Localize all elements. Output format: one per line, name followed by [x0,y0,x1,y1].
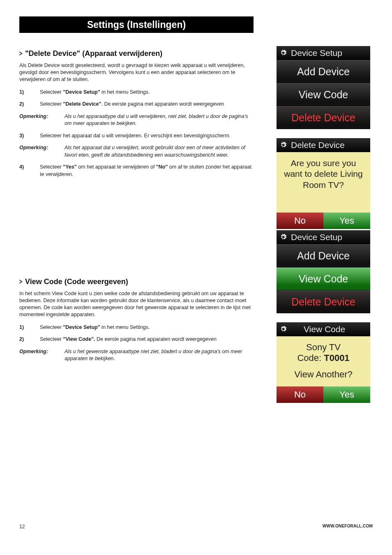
yes-button[interactable]: Yes [323,213,370,229]
section2-heading: View Code (Code weergeven) [19,278,254,286]
step-row: 4) Selecteer "Yes" om het apparaat te ve… [19,164,254,178]
step-number: 2) [19,336,40,343]
note-body: Als u het gewenste apparaattype niet zie… [65,348,254,363]
screens-upper: Device Setup Add Device View Code Delete… [277,46,370,238]
view-another-question: View Another? [281,369,366,380]
menu-item-add-device[interactable]: Add Device [277,60,370,83]
code-line: Code: T0001 [281,353,366,363]
menu-item-view-code[interactable]: View Code [277,267,370,290]
note-label: Opmerking: [19,113,65,120]
screen-header-label: Device Setup [291,232,367,242]
section2-intro: In het scherm View Code kunt u zien welk… [19,290,254,318]
step-body: Selecteer "Device Setup" in het menu Set… [40,89,254,96]
page-number: 12 [19,524,25,530]
code-label: Code: [297,353,324,363]
step-body: Selecteer "View Code". De eerste pagina … [40,336,254,343]
note-body: Als het apparaat dat u verwijdert, wordt… [65,144,254,159]
note-row: Opmerking: Als u het gewenste apparaatty… [19,348,254,363]
menu-item-delete-device[interactable]: Delete Device [277,290,370,313]
step-row: 2) Selecteer "View Code". De eerste pagi… [19,336,254,343]
page-title: Settings (Instellingen) [87,19,186,30]
screen-header: Device Setup [277,230,370,244]
code-value: T0001 [324,353,349,363]
screen-header: Device Setup [277,46,370,60]
step-body: Selecteer "Yes" om het apparaat te verwi… [40,164,254,178]
menu-item-view-code[interactable]: View Code [277,83,370,106]
section1-intro: Als Delete Device wordt geselecteerd, wo… [19,62,254,83]
screen-confirm-delete: Delete Device Are you sure you want to d… [277,138,370,229]
gear-icon [280,234,287,240]
screen-device-setup-viewcode: Device Setup Add Device View Code Delete… [277,230,370,313]
section1-heading-text: "Delete Device" (Apparaat verwijderen) [25,49,162,58]
step-row: 1) Selecteer "Device Setup" in het menu … [19,324,254,331]
screen-header: View Code [277,322,370,336]
menu-item-add-device[interactable]: Add Device [277,244,370,267]
step-body: Selecteer "Delete Device". De eerste pag… [40,101,254,108]
footer-url: WWW.ONEFORALL.COM [323,524,373,530]
gear-icon [280,141,287,148]
note-label: Opmerking: [19,348,65,356]
arrow-icon [19,280,23,284]
section-view-code: View Code (Code weergeven) In het scherm… [19,278,254,368]
screens-lower: Device Setup Add Device View Code Delete… [277,230,370,412]
step-number: 1) [19,89,40,96]
device-name: Sony TV [281,342,366,353]
step-number: 3) [19,132,40,140]
screen-device-setup-delete: Device Setup Add Device View Code Delete… [277,46,370,129]
note-label: Opmerking: [19,144,65,152]
footer: 12 WWW.ONEFORALL.COM [19,524,373,530]
no-button[interactable]: No [277,213,323,229]
view-code-buttons: No Yes [277,386,370,403]
step-number: 2) [19,101,40,108]
step-body: Selecteer het apparaat dat u wilt verwij… [40,132,254,140]
confirm-body: Are you sure you want to delete Living R… [277,152,370,213]
step-row: 1) Selecteer "Device Setup" in het menu … [19,89,254,96]
no-button[interactable]: No [277,386,323,403]
menu-item-delete-device[interactable]: Delete Device [277,106,370,129]
step-row: 3) Selecteer het apparaat dat u wilt ver… [19,132,254,140]
step-row: 2) Selecteer "Delete Device". De eerste … [19,101,254,108]
screen-header-label: Device Setup [291,48,367,58]
arrow-icon [19,51,23,56]
note-row: Opmerking: Als het apparaat dat u verwij… [19,144,254,159]
note-row: Opmerking: Als u het apparaattype dat u … [19,113,254,127]
section-delete-device: "Delete Device" (Apparaat verwijderen) A… [19,49,254,183]
section2-heading-text: View Code (Code weergeven) [25,278,128,286]
step-body: Selecteer "Device Setup" in het menu Set… [40,324,254,331]
confirm-buttons: No Yes [277,213,370,229]
confirm-question: Are you sure you want to delete Living R… [281,158,366,190]
screen-view-code-result: View Code Sony TV Code: T0001 View Anoth… [277,322,370,403]
step-number: 4) [19,164,40,171]
gear-icon [280,49,287,56]
screen-header: Delete Device [277,138,370,152]
screen-header-label: View Code [282,324,367,334]
page-title-bar: Settings (Instellingen) [19,16,254,33]
yes-button[interactable]: Yes [323,386,370,403]
view-code-body: Sony TV Code: T0001 View Another? [277,336,370,386]
step-number: 1) [19,324,40,331]
note-body: Als u het apparaattype dat u wilt verwij… [65,113,254,127]
screen-header-label: Delete Device [291,140,367,150]
section1-heading: "Delete Device" (Apparaat verwijderen) [19,49,254,58]
